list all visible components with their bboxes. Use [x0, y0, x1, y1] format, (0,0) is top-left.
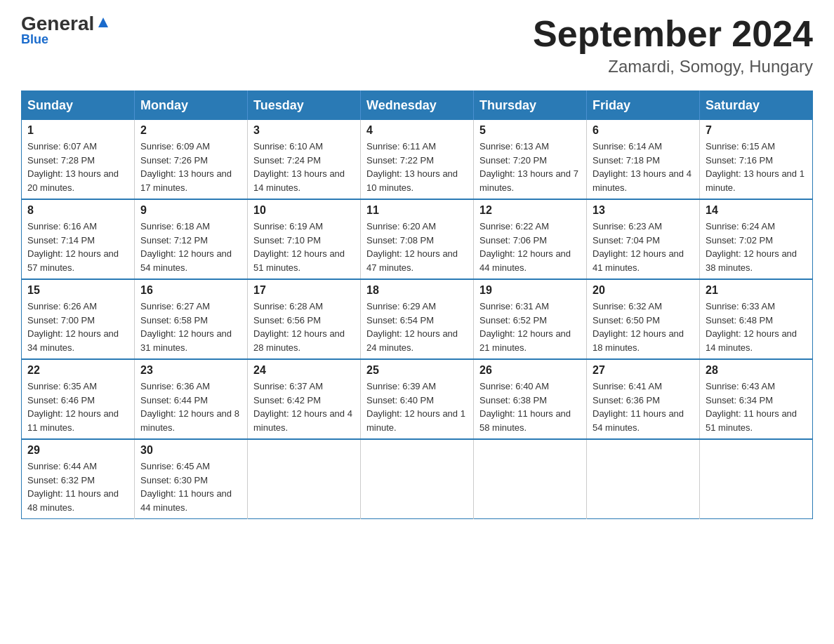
calendar-cell: 15 Sunrise: 6:26 AMSunset: 7:00 PMDaylig… [22, 279, 135, 359]
calendar-cell: 24 Sunrise: 6:37 AMSunset: 6:42 PMDaylig… [248, 359, 361, 439]
day-info: Sunrise: 6:18 AMSunset: 7:12 PMDaylight:… [140, 220, 241, 274]
calendar-cell: 18 Sunrise: 6:29 AMSunset: 6:54 PMDaylig… [361, 279, 474, 359]
day-info: Sunrise: 6:33 AMSunset: 6:48 PMDaylight:… [706, 300, 807, 354]
day-info: Sunrise: 6:13 AMSunset: 7:20 PMDaylight:… [479, 140, 581, 194]
day-info: Sunrise: 6:41 AMSunset: 6:36 PMDaylight:… [593, 380, 694, 434]
calendar-cell: 6 Sunrise: 6:14 AMSunset: 7:18 PMDayligh… [587, 120, 700, 199]
day-info: Sunrise: 6:09 AMSunset: 7:26 PMDaylight:… [140, 140, 241, 194]
calendar-cell: 22 Sunrise: 6:35 AMSunset: 6:46 PMDaylig… [22, 359, 135, 439]
calendar-table: SundayMondayTuesdayWednesdayThursdayFrid… [21, 90, 813, 519]
day-info: Sunrise: 6:31 AMSunset: 6:52 PMDaylight:… [479, 300, 581, 354]
week-row-2: 8 Sunrise: 6:16 AMSunset: 7:14 PMDayligh… [22, 199, 813, 279]
calendar-cell: 25 Sunrise: 6:39 AMSunset: 6:40 PMDaylig… [361, 359, 474, 439]
day-number: 9 [140, 204, 241, 217]
day-number: 22 [27, 364, 128, 377]
header-tuesday: Tuesday [248, 91, 361, 121]
day-info: Sunrise: 6:44 AMSunset: 6:32 PMDaylight:… [27, 459, 128, 514]
svg-marker-0 [98, 18, 108, 27]
day-number: 30 [140, 444, 241, 457]
day-info: Sunrise: 6:37 AMSunset: 6:42 PMDaylight:… [253, 380, 355, 434]
day-info: Sunrise: 6:35 AMSunset: 6:46 PMDaylight:… [27, 380, 128, 434]
day-info: Sunrise: 6:24 AMSunset: 7:02 PMDaylight:… [706, 220, 807, 274]
day-info: Sunrise: 6:45 AMSunset: 6:30 PMDaylight:… [140, 459, 241, 514]
week-row-1: 1 Sunrise: 6:07 AMSunset: 7:28 PMDayligh… [22, 120, 813, 199]
day-info: Sunrise: 6:23 AMSunset: 7:04 PMDaylight:… [593, 220, 694, 274]
calendar-cell: 8 Sunrise: 6:16 AMSunset: 7:14 PMDayligh… [22, 199, 135, 279]
week-row-3: 15 Sunrise: 6:26 AMSunset: 7:00 PMDaylig… [22, 279, 813, 359]
location-subtitle: Zamardi, Somogy, Hungary [533, 57, 813, 76]
day-number: 7 [706, 124, 807, 137]
day-info: Sunrise: 6:10 AMSunset: 7:24 PMDaylight:… [253, 140, 355, 194]
day-number: 13 [593, 204, 694, 217]
calendar-header-row: SundayMondayTuesdayWednesdayThursdayFrid… [22, 91, 813, 121]
day-number: 11 [366, 204, 468, 217]
logo-blue: Blue [21, 32, 48, 47]
calendar-cell [700, 439, 813, 519]
day-number: 25 [366, 364, 468, 377]
day-number: 21 [706, 284, 807, 297]
day-number: 26 [479, 364, 581, 377]
calendar-cell: 5 Sunrise: 6:13 AMSunset: 7:20 PMDayligh… [474, 120, 587, 199]
calendar-cell: 16 Sunrise: 6:27 AMSunset: 6:58 PMDaylig… [135, 279, 248, 359]
logo-general: General [21, 14, 94, 34]
day-number: 27 [593, 364, 694, 377]
calendar-cell [474, 439, 587, 519]
day-info: Sunrise: 6:28 AMSunset: 6:56 PMDaylight:… [253, 300, 355, 354]
day-number: 12 [479, 204, 581, 217]
week-row-4: 22 Sunrise: 6:35 AMSunset: 6:46 PMDaylig… [22, 359, 813, 439]
header-saturday: Saturday [700, 91, 813, 121]
day-info: Sunrise: 6:14 AMSunset: 7:18 PMDaylight:… [593, 140, 694, 194]
day-number: 2 [140, 124, 241, 137]
day-info: Sunrise: 6:29 AMSunset: 6:54 PMDaylight:… [366, 300, 468, 354]
calendar-cell: 27 Sunrise: 6:41 AMSunset: 6:36 PMDaylig… [587, 359, 700, 439]
calendar-cell: 9 Sunrise: 6:18 AMSunset: 7:12 PMDayligh… [135, 199, 248, 279]
calendar-cell: 3 Sunrise: 6:10 AMSunset: 7:24 PMDayligh… [248, 120, 361, 199]
header-wednesday: Wednesday [361, 91, 474, 121]
calendar-cell: 7 Sunrise: 6:15 AMSunset: 7:16 PMDayligh… [700, 120, 813, 199]
calendar-cell: 26 Sunrise: 6:40 AMSunset: 6:38 PMDaylig… [474, 359, 587, 439]
day-number: 24 [253, 364, 355, 377]
day-number: 4 [366, 124, 468, 137]
calendar-cell [248, 439, 361, 519]
week-row-5: 29 Sunrise: 6:44 AMSunset: 6:32 PMDaylig… [22, 439, 813, 519]
day-number: 6 [593, 124, 694, 137]
header-monday: Monday [135, 91, 248, 121]
month-title: September 2024 [533, 14, 813, 54]
day-info: Sunrise: 6:19 AMSunset: 7:10 PMDaylight:… [253, 220, 355, 274]
day-info: Sunrise: 6:39 AMSunset: 6:40 PMDaylight:… [366, 380, 468, 434]
calendar-cell: 2 Sunrise: 6:09 AMSunset: 7:26 PMDayligh… [135, 120, 248, 199]
calendar-cell: 11 Sunrise: 6:20 AMSunset: 7:08 PMDaylig… [361, 199, 474, 279]
calendar-cell: 19 Sunrise: 6:31 AMSunset: 6:52 PMDaylig… [474, 279, 587, 359]
calendar-cell: 17 Sunrise: 6:28 AMSunset: 6:56 PMDaylig… [248, 279, 361, 359]
calendar-cell: 23 Sunrise: 6:36 AMSunset: 6:44 PMDaylig… [135, 359, 248, 439]
calendar-cell: 4 Sunrise: 6:11 AMSunset: 7:22 PMDayligh… [361, 120, 474, 199]
day-number: 14 [706, 204, 807, 217]
calendar-cell: 14 Sunrise: 6:24 AMSunset: 7:02 PMDaylig… [700, 199, 813, 279]
day-number: 1 [27, 124, 128, 137]
header-sunday: Sunday [22, 91, 135, 121]
calendar-cell: 12 Sunrise: 6:22 AMSunset: 7:06 PMDaylig… [474, 199, 587, 279]
day-number: 17 [253, 284, 355, 297]
calendar-cell: 29 Sunrise: 6:44 AMSunset: 6:32 PMDaylig… [22, 439, 135, 519]
day-info: Sunrise: 6:27 AMSunset: 6:58 PMDaylight:… [140, 300, 241, 354]
calendar-cell: 20 Sunrise: 6:32 AMSunset: 6:50 PMDaylig… [587, 279, 700, 359]
day-number: 19 [479, 284, 581, 297]
day-info: Sunrise: 6:43 AMSunset: 6:34 PMDaylight:… [706, 380, 807, 434]
day-number: 5 [479, 124, 581, 137]
calendar-cell: 1 Sunrise: 6:07 AMSunset: 7:28 PMDayligh… [22, 120, 135, 199]
day-number: 18 [366, 284, 468, 297]
day-number: 8 [27, 204, 128, 217]
day-number: 28 [706, 364, 807, 377]
day-number: 29 [27, 444, 128, 457]
day-info: Sunrise: 6:36 AMSunset: 6:44 PMDaylight:… [140, 380, 241, 434]
title-section: September 2024 Zamardi, Somogy, Hungary [533, 14, 813, 76]
day-info: Sunrise: 6:07 AMSunset: 7:28 PMDaylight:… [27, 140, 128, 194]
page-header: General Blue September 2024 Zamardi, Som… [21, 14, 813, 76]
day-number: 23 [140, 364, 241, 377]
day-number: 3 [253, 124, 355, 137]
day-number: 16 [140, 284, 241, 297]
day-number: 20 [593, 284, 694, 297]
logo: General Blue [21, 14, 111, 47]
logo-triangle-icon [95, 15, 111, 30]
calendar-cell: 21 Sunrise: 6:33 AMSunset: 6:48 PMDaylig… [700, 279, 813, 359]
